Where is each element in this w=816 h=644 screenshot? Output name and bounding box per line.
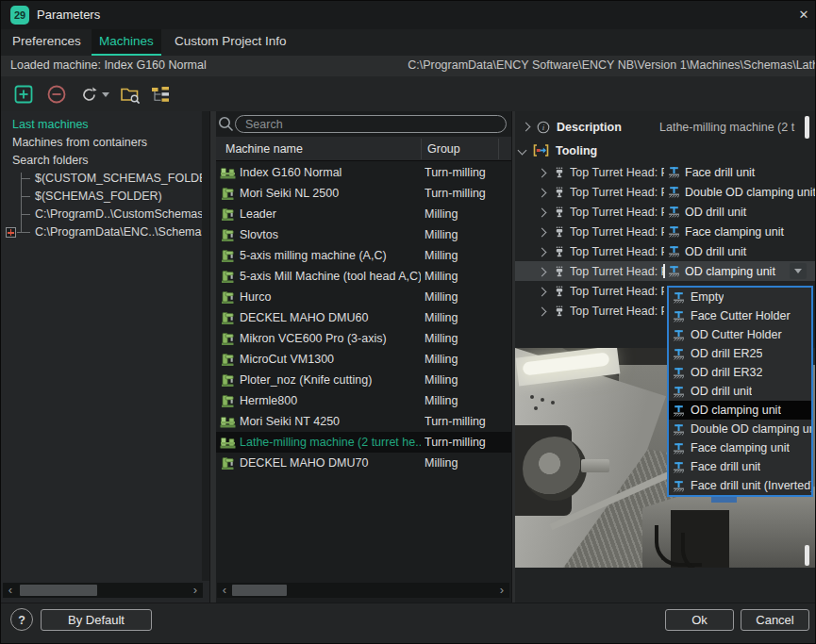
chevron-right-icon[interactable]: [538, 287, 547, 296]
close-icon[interactable]: ✕: [794, 7, 813, 24]
chevron-right-icon[interactable]: [538, 247, 547, 256]
column-separator[interactable]: [498, 139, 499, 159]
table-row[interactable]: MicroCut VM1300Milling: [216, 349, 511, 370]
description-value[interactable]: Lathe-milling machine (2 t: [659, 121, 806, 134]
chevron-right-icon[interactable]: [538, 227, 547, 237]
dropdown-item[interactable]: Face Cutter Holder: [669, 306, 811, 325]
table-row[interactable]: Mori Seiki NT 4250Turn-milling: [216, 411, 511, 432]
table-row[interactable]: DECKEL MAHO DMU60Milling: [216, 307, 511, 328]
tooling-row[interactable]: Top Turret Head: PDouble OD clamping uni…: [515, 182, 816, 202]
milling-machine-icon: [220, 228, 236, 242]
column-header-machine-name[interactable]: Machine name: [225, 137, 303, 161]
table-row[interactable]: DECKEL MAHO DMU70Milling: [216, 453, 511, 473]
dropdown-item[interactable]: Face drill unit: [669, 457, 811, 476]
dropdown-open-button[interactable]: [790, 263, 807, 279]
folder-search-icon: [121, 86, 141, 104]
properties-scrollbar-thumb[interactable]: [805, 116, 809, 139]
turn-milling-machine-icon: [220, 415, 236, 429]
scroll-left-arrow[interactable]: ‹: [3, 583, 18, 598]
add-machine-button[interactable]: [13, 84, 34, 105]
scroll-left-arrow[interactable]: ‹: [217, 583, 232, 598]
chevron-right-icon[interactable]: [538, 306, 547, 316]
table-row[interactable]: Mikron VCE600 Pro (3-axis)Milling: [216, 328, 511, 349]
tab-custom-project-info[interactable]: Custom Project Info: [167, 29, 294, 54]
dropdown-item[interactable]: OD Cutter Holder: [669, 325, 811, 344]
search-input[interactable]: [235, 115, 507, 133]
folder-item-custom-schemas-var[interactable]: $(CUSTOM_SCHEMAS_FOLDER): [1, 170, 202, 188]
milling-machine-icon: [220, 207, 236, 222]
table-row[interactable]: Ploter_noz (Knife cutting)Milling: [216, 370, 511, 390]
chevron-right-icon[interactable]: [538, 168, 547, 177]
tool-unit-dropdown: Empty Face Cutter Holder OD Cutter Holde…: [667, 286, 813, 497]
machines-horizontal-scrollbar[interactable]: ‹ ›: [217, 583, 509, 598]
tool-unit-icon: [668, 225, 680, 238]
table-row-selected[interactable]: Lathe-milling machine (2 turret he...Tur…: [216, 432, 511, 453]
tool-unit-icon: [673, 291, 685, 304]
sidebar-item-search-folders[interactable]: Search folders: [1, 152, 202, 170]
tool-unit-icon: [673, 329, 685, 341]
table-row[interactable]: Index G160 NormalTurn-milling: [216, 162, 511, 183]
remove-machine-button[interactable]: [46, 84, 67, 105]
tooling-row[interactable]: Top Turret Head: PFace clamping unit: [515, 222, 816, 241]
cancel-button[interactable]: Cancel: [741, 609, 809, 631]
help-button[interactable]: ?: [10, 608, 33, 631]
tooling-row[interactable]: Top Turret Head: POD drill unit: [515, 241, 816, 261]
chevron-right-icon[interactable]: [538, 267, 547, 276]
tooling-row[interactable]: Top Turret Head: PFace drill unit: [515, 162, 816, 182]
scroll-right-arrow[interactable]: ›: [494, 583, 509, 598]
tooling-row[interactable]: Top Turret Head: POD drill unit: [515, 202, 816, 222]
dropdown-item[interactable]: Double OD clamping unit: [669, 420, 811, 438]
find-in-folder-button[interactable]: [120, 84, 141, 105]
column-separator[interactable]: [421, 139, 422, 159]
table-row[interactable]: SlovtosMilling: [216, 224, 511, 245]
chevron-down-icon[interactable]: [518, 146, 527, 156]
tooling-row-selected[interactable]: Top Turret Head: POD clamping unit: [515, 261, 816, 281]
table-row[interactable]: 5-axis milling machine (A,C)Milling: [216, 245, 511, 266]
tool-unit-icon: [673, 405, 685, 417]
scroll-right-arrow[interactable]: ›: [188, 583, 203, 598]
tool-unit-icon: [668, 166, 680, 178]
tab-bar: Preferences Machines Custom Project Info: [1, 29, 816, 56]
tab-preferences[interactable]: Preferences: [5, 29, 89, 54]
refresh-dropdown-button[interactable]: [99, 84, 112, 105]
table-row[interactable]: Hermle800Milling: [216, 390, 511, 411]
chevron-right-icon[interactable]: [538, 207, 547, 217]
scrollbar-thumb[interactable]: [20, 585, 97, 596]
chevron-right-icon[interactable]: [538, 188, 547, 197]
containers-tree-button[interactable]: [150, 84, 171, 105]
folder-item-custom-schemas-path[interactable]: C:\ProgramD..\CustomSchemas: [1, 206, 202, 223]
sidebar-item-last-machines[interactable]: Last machines: [1, 116, 202, 134]
tool-unit-icon: [673, 386, 685, 398]
dropdown-item[interactable]: OD drill ER32: [669, 363, 811, 382]
tree-expand-icon[interactable]: [6, 227, 16, 238]
title-bar: [1, 1, 816, 29]
dropdown-item[interactable]: OD drill unit: [669, 382, 811, 401]
turret-head-icon: [554, 187, 565, 198]
folder-item-schemas-var[interactable]: $(SCHEMAS_FOLDER): [1, 188, 202, 206]
chevron-right-icon[interactable]: [522, 123, 531, 132]
ok-button[interactable]: Ok: [665, 609, 734, 631]
tool-unit-icon: [668, 186, 680, 198]
table-row[interactable]: Mori Seiki NL 2500Turn-milling: [216, 183, 511, 204]
folders-vertical-scrollbar[interactable]: [202, 111, 209, 581]
table-row[interactable]: HurcoMilling: [216, 287, 511, 307]
table-row[interactable]: 5-axis Mill Machine (tool head A,C)Milli…: [216, 266, 511, 287]
tab-machines[interactable]: Machines: [92, 29, 161, 56]
dropdown-item[interactable]: OD drill ER25: [669, 344, 811, 363]
folder-item-schemas-path[interactable]: C:\ProgramData\ENC..\Schemas: [1, 223, 202, 241]
dropdown-item[interactable]: Face clamping unit: [669, 438, 811, 457]
scrollbar-thumb[interactable]: [232, 585, 287, 596]
tooling-section-header[interactable]: Tooling: [519, 140, 802, 160]
property-row-description[interactable]: i Description Lathe-milling machine (2 t: [523, 115, 806, 139]
dropdown-item[interactable]: Empty: [669, 288, 811, 306]
turret-head-icon: [554, 266, 565, 277]
column-header-group[interactable]: Group: [427, 137, 460, 161]
folders-horizontal-scrollbar[interactable]: ‹ ›: [3, 583, 203, 598]
dropdown-item-highlighted[interactable]: OD clamping unit: [669, 401, 811, 420]
dropdown-item[interactable]: Face drill unit (Inverted): [669, 476, 811, 495]
properties-scrollbar-thumb-bottom[interactable]: [805, 545, 809, 566]
sidebar-item-machines-from-containers[interactable]: Machines from containers: [1, 134, 202, 152]
refresh-button[interactable]: [78, 84, 99, 105]
table-row[interactable]: LeaderMilling: [216, 204, 511, 224]
by-default-button[interactable]: By Default: [41, 609, 152, 631]
